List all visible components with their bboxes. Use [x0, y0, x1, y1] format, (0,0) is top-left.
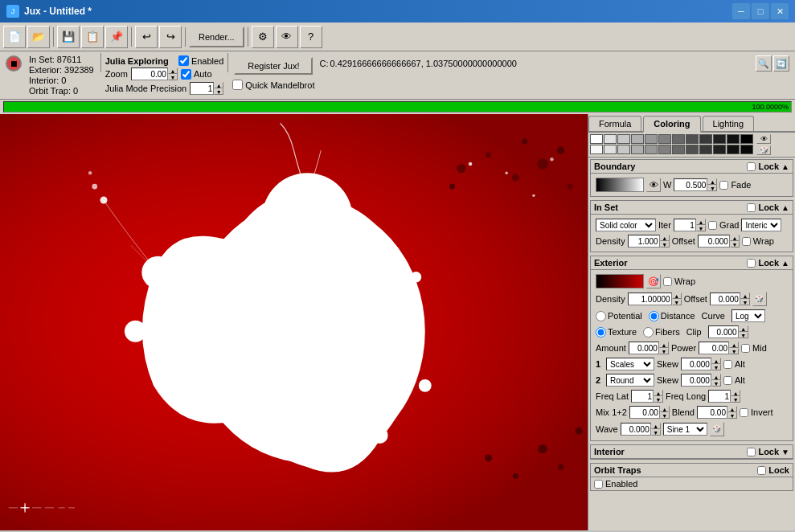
amount-up[interactable]: ▲	[659, 342, 669, 348]
blend-down[interactable]: ▼	[727, 412, 737, 419]
palette-eye-btn[interactable]: 👁	[756, 134, 771, 144]
potential-radio-label[interactable]: Potential	[596, 311, 642, 321]
new-button[interactable]: 📄	[3, 26, 26, 48]
swatch-10[interactable]	[727, 134, 740, 144]
freq-lat-down[interactable]: ▼	[654, 396, 663, 403]
boundary-w-down[interactable]: ▼	[707, 185, 717, 191]
iter-input[interactable]	[674, 219, 696, 231]
skew2-input[interactable]	[681, 374, 711, 387]
distance-radio[interactable]	[649, 311, 659, 321]
exterior-lock-check[interactable]	[747, 259, 756, 268]
swatch-5[interactable]	[658, 134, 671, 144]
copy-button[interactable]: 📋	[81, 26, 104, 48]
exterior-wrap-check[interactable]	[663, 277, 672, 286]
mix-down[interactable]: ▼	[660, 412, 670, 419]
clip-down[interactable]: ▼	[739, 332, 748, 338]
freq-long-down[interactable]: ▼	[731, 396, 740, 403]
fractal-area[interactable]	[0, 114, 588, 530]
skew1-up[interactable]: ▲	[711, 358, 721, 364]
swatch-b4[interactable]	[631, 145, 644, 154]
in-set-mode-select[interactable]: Solid color Gradient Texture	[596, 219, 656, 231]
wave-func-select[interactable]: Sine 1 Sine 2 Triangle	[663, 423, 707, 436]
swatch-b6[interactable]	[658, 145, 671, 154]
julia-enabled-check[interactable]: Enabled	[178, 55, 223, 66]
interior-expand[interactable]: ▼	[781, 448, 789, 456]
tab-formula[interactable]: Formula	[588, 116, 641, 131]
swatch-b10[interactable]	[713, 145, 726, 154]
swatch-3[interactable]	[631, 134, 644, 144]
in-set-lock-check[interactable]	[747, 203, 756, 212]
swatch-white[interactable]	[590, 134, 603, 144]
wave-down[interactable]: ▼	[651, 429, 661, 436]
amount-input[interactable]	[629, 342, 659, 354]
clip-up[interactable]: ▲	[739, 325, 748, 332]
search-button[interactable]: 🔍	[756, 55, 772, 72]
skew2-down[interactable]: ▼	[711, 380, 721, 387]
exterior-color-bar[interactable]	[596, 274, 644, 289]
exterior-collapse[interactable]: ▲	[781, 259, 789, 268]
swatch-b7[interactable]	[672, 145, 685, 154]
zoom-input[interactable]	[131, 68, 168, 80]
freq-lat-input[interactable]	[631, 390, 654, 403]
swatch-4[interactable]	[645, 134, 658, 144]
orbit-traps-lock-check[interactable]	[757, 466, 766, 475]
in-set-density-up[interactable]: ▲	[660, 235, 670, 241]
save-button[interactable]: 💾	[57, 26, 80, 48]
ext-offset-down[interactable]: ▼	[740, 299, 750, 305]
swatch-8[interactable]	[699, 134, 712, 144]
swatch-b11[interactable]	[727, 145, 740, 154]
wave-input[interactable]	[621, 423, 651, 436]
alt2-check[interactable]	[723, 376, 732, 385]
boundary-eye-btn[interactable]: 👁	[646, 178, 661, 192]
render-button[interactable]: Render...	[189, 27, 244, 47]
curve-select[interactable]: Log Linear Sqrt	[731, 309, 765, 322]
freq-long-input[interactable]	[708, 390, 731, 403]
interior-lock-check[interactable]	[747, 448, 756, 456]
boundary-lock-check[interactable]	[747, 162, 756, 171]
ext-random-btn[interactable]: 🎲	[752, 292, 767, 306]
skew1-down[interactable]: ▼	[711, 364, 721, 370]
skew1-input[interactable]	[681, 358, 711, 370]
scale1-select[interactable]: Scales Round Stripe	[606, 358, 654, 370]
mid-check[interactable]	[741, 344, 750, 353]
fibers-radio[interactable]	[643, 327, 654, 338]
boundary-fade-check[interactable]	[719, 181, 728, 190]
grad-check[interactable]	[708, 221, 717, 230]
clip-input[interactable]	[708, 325, 739, 338]
mix-input[interactable]	[629, 406, 660, 419]
open-button[interactable]: 📂	[27, 26, 50, 48]
ext-offset-up[interactable]: ▲	[740, 293, 750, 299]
power-up[interactable]: ▲	[729, 342, 739, 348]
scale2-select[interactable]: Scales Round Stripe	[606, 374, 654, 387]
precision-down[interactable]: ▼	[214, 88, 223, 95]
blend-input[interactable]	[697, 406, 727, 419]
auto-check[interactable]: Auto	[181, 69, 212, 80]
swatch-black[interactable]	[740, 134, 753, 144]
ext-density-down[interactable]: ▼	[672, 299, 682, 305]
close-button[interactable]: ✕	[771, 3, 789, 19]
in-set-density-input[interactable]	[628, 235, 660, 248]
iter-up[interactable]: ▲	[696, 219, 706, 225]
wave-up[interactable]: ▲	[651, 423, 661, 429]
swatch-b12[interactable]	[740, 145, 753, 154]
redo-button[interactable]: ↪	[159, 26, 182, 48]
orbit-traps-enabled-check[interactable]	[594, 480, 603, 489]
power-down[interactable]: ▼	[729, 348, 739, 354]
power-input[interactable]	[699, 342, 729, 354]
paste-button[interactable]: 📌	[105, 26, 128, 48]
in-set-density-down[interactable]: ▼	[660, 241, 670, 248]
precision-up[interactable]: ▲	[214, 82, 223, 88]
swatch-b2[interactable]	[604, 145, 617, 154]
boundary-w-up[interactable]: ▲	[707, 178, 717, 185]
register-button[interactable]: Register Jux!	[234, 57, 313, 75]
in-set-offset-input[interactable]	[698, 235, 730, 248]
swatch-b3[interactable]	[617, 145, 630, 154]
exterior-eye-btn[interactable]: 🎯	[646, 274, 661, 289]
swatch-9[interactable]	[713, 134, 726, 144]
in-set-wrap-check[interactable]	[742, 237, 751, 246]
zoom-up[interactable]: ▲	[168, 68, 178, 74]
iter-down[interactable]: ▼	[696, 225, 706, 231]
swatch-b9[interactable]	[699, 145, 712, 154]
quick-mandelbrot-check[interactable]: Quick Mandelbrot	[232, 80, 314, 90]
swatch-b8[interactable]	[686, 145, 699, 154]
